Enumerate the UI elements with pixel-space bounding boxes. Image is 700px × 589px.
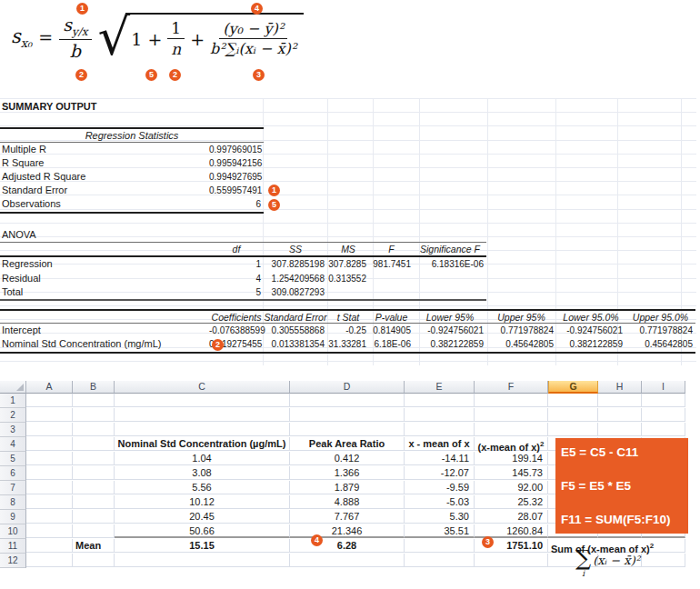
cell[interactable] xyxy=(290,408,405,422)
cell-C5[interactable]: 1.04 xyxy=(115,452,290,465)
cell-C9[interactable]: 20.45 xyxy=(115,510,290,524)
cell[interactable] xyxy=(405,554,475,567)
column-header-H[interactable]: H xyxy=(598,381,642,394)
cell[interactable] xyxy=(115,423,290,436)
cell[interactable] xyxy=(405,408,475,422)
column-header-E[interactable]: E xyxy=(405,381,475,394)
cell[interactable] xyxy=(26,452,73,465)
cell[interactable] xyxy=(548,423,598,436)
cell[interactable] xyxy=(73,437,115,451)
cell-E5[interactable]: -14.11 xyxy=(405,452,475,465)
cell[interactable] xyxy=(548,394,598,407)
cell-F6[interactable]: 145.73 xyxy=(475,466,548,480)
cell[interactable] xyxy=(26,524,73,538)
cell-F5[interactable]: 199.14 xyxy=(475,452,548,465)
column-header-A[interactable]: A xyxy=(26,381,73,394)
select-all-corner[interactable] xyxy=(0,381,26,394)
cell-D8[interactable]: 4.888 xyxy=(290,495,405,509)
cell-E6[interactable]: -12.07 xyxy=(405,466,475,480)
cell[interactable] xyxy=(598,394,642,407)
cell[interactable] xyxy=(290,423,405,436)
cell-E9[interactable]: 5.30 xyxy=(405,510,475,524)
cell[interactable] xyxy=(115,408,290,422)
row-header-11[interactable]: 11 xyxy=(0,539,26,554)
cell[interactable] xyxy=(475,408,548,422)
cell[interactable] xyxy=(642,408,685,422)
column-header-D[interactable]: D xyxy=(290,381,405,394)
cell[interactable] xyxy=(405,423,475,436)
cell-D5[interactable]: 0.412 xyxy=(290,452,405,465)
cell[interactable] xyxy=(26,481,73,494)
cell-D9[interactable]: 7.767 xyxy=(290,510,405,524)
cell-D11[interactable]: 6.28 xyxy=(290,539,405,553)
cell-C11[interactable]: 15.15 xyxy=(115,539,290,553)
cell[interactable] xyxy=(115,554,290,567)
cell[interactable] xyxy=(26,510,73,524)
cell-C8[interactable]: 10.12 xyxy=(115,495,290,509)
row-header-8[interactable]: 8 xyxy=(0,495,26,510)
cell[interactable] xyxy=(115,394,290,407)
row-header-3[interactable]: 3 xyxy=(0,423,26,437)
row-header-12[interactable]: 12 xyxy=(0,554,26,568)
row-header-10[interactable]: 10 xyxy=(0,524,26,539)
cell-D4[interactable]: Peak Area Ratio xyxy=(290,437,405,451)
cell-D6[interactable]: 1.366 xyxy=(290,466,405,480)
cell[interactable] xyxy=(642,394,685,407)
cell[interactable] xyxy=(73,452,115,465)
row-header-7[interactable]: 7 xyxy=(0,481,26,495)
row-header-5[interactable]: 5 xyxy=(0,452,26,466)
row-header-2[interactable]: 2 xyxy=(0,408,26,423)
column-header-G-selected[interactable]: G xyxy=(548,381,598,394)
cell[interactable] xyxy=(405,394,475,407)
cell-E4[interactable]: x - mean of x xyxy=(405,437,475,451)
cell[interactable] xyxy=(290,554,405,567)
cell[interactable] xyxy=(73,510,115,524)
cell[interactable] xyxy=(598,423,642,436)
cell[interactable] xyxy=(26,408,73,422)
cell[interactable] xyxy=(73,481,115,494)
cell[interactable] xyxy=(290,394,405,407)
column-header-F[interactable]: F xyxy=(475,381,548,394)
cell[interactable] xyxy=(73,524,115,538)
cell-F8[interactable]: 25.32 xyxy=(475,495,548,509)
cell-B11[interactable]: Mean xyxy=(73,539,115,553)
cell[interactable] xyxy=(475,394,548,407)
cell[interactable] xyxy=(26,423,73,436)
cell-D7[interactable]: 1.879 xyxy=(290,481,405,494)
cell[interactable] xyxy=(73,495,115,509)
cell-D10[interactable]: 21.346 xyxy=(290,524,405,538)
cell[interactable] xyxy=(642,554,685,567)
column-header-B[interactable]: B xyxy=(73,381,115,394)
cell-E7[interactable]: -9.59 xyxy=(405,481,475,494)
cell-C10[interactable]: 50.66 xyxy=(115,524,290,538)
cell-F4[interactable]: (x-mean of x)2 xyxy=(475,437,548,451)
column-header-I[interactable]: I xyxy=(642,381,685,394)
cell-E8[interactable]: -5.03 xyxy=(405,495,475,509)
row-header-4[interactable]: 4 xyxy=(0,437,26,452)
cell-E10[interactable]: 35.51 xyxy=(405,524,475,538)
cell-C7[interactable]: 5.56 xyxy=(115,481,290,494)
cell[interactable] xyxy=(642,423,685,436)
cell-F7[interactable]: 92.00 xyxy=(475,481,548,494)
cell[interactable] xyxy=(73,554,115,567)
row-header-9[interactable]: 9 xyxy=(0,510,26,524)
cell[interactable] xyxy=(26,466,73,480)
cell-C4[interactable]: Nominal Std Concentration (µg/mL) xyxy=(115,437,290,451)
cell[interactable] xyxy=(598,408,642,422)
cell[interactable] xyxy=(26,539,73,553)
column-header-C[interactable]: C xyxy=(115,381,290,394)
cell[interactable] xyxy=(475,554,548,567)
cell-C6[interactable]: 3.08 xyxy=(115,466,290,480)
cell[interactable] xyxy=(26,554,73,567)
row-header-6[interactable]: 6 xyxy=(0,466,26,481)
cell-F9[interactable]: 28.07 xyxy=(475,510,548,524)
cell[interactable] xyxy=(73,423,115,436)
cell[interactable] xyxy=(26,495,73,509)
cell[interactable] xyxy=(26,394,73,407)
cell[interactable] xyxy=(73,408,115,422)
cell[interactable] xyxy=(405,539,475,553)
cell[interactable] xyxy=(26,437,73,451)
row-header-1[interactable]: 1 xyxy=(0,394,26,408)
cell[interactable] xyxy=(475,423,548,436)
cell[interactable] xyxy=(73,466,115,480)
